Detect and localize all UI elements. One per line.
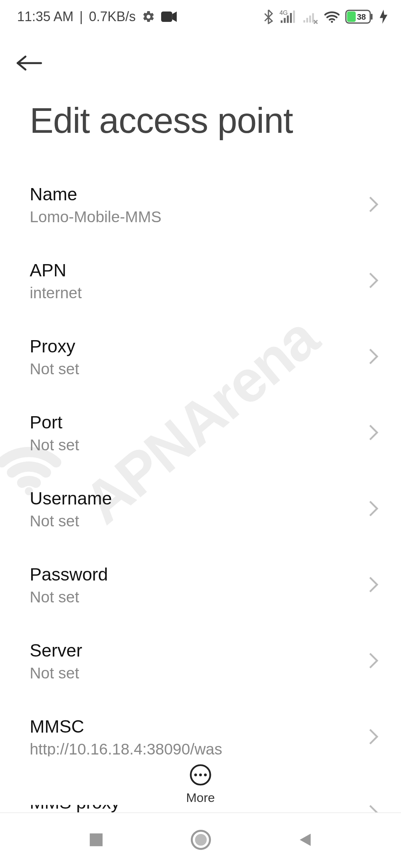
svg-rect-1 [161,11,172,22]
svg-rect-11 [312,13,314,23]
circle-icon [190,829,211,850]
row-value: Lomo-Mobile-MMS [30,208,368,226]
more-label: More [186,790,215,805]
row-server[interactable]: Server Not set [0,623,401,699]
svg-text:4G: 4G [280,9,288,16]
row-label: Proxy [30,336,368,356]
nav-recents-button[interactable] [88,831,105,850]
row-value: http://10.16.18.4:38090/was [30,740,368,758]
svg-rect-22 [89,834,102,846]
row-label: APN [30,260,368,280]
svg-rect-8 [303,20,305,22]
row-label: Name [30,184,368,204]
bluetooth-icon [263,9,274,24]
chevron-right-icon [368,804,379,813]
row-label: Server [30,640,368,661]
chevron-right-icon [368,272,379,290]
svg-point-19 [194,773,197,776]
svg-rect-6 [290,13,292,23]
row-value: Not set [30,588,368,606]
svg-rect-5 [287,16,289,23]
square-icon [88,831,105,848]
svg-text:38: 38 [357,12,366,22]
svg-rect-4 [284,18,286,23]
gear-icon [142,10,155,23]
row-value: Not set [30,436,368,454]
svg-rect-15 [347,11,356,22]
status-net-speed: 0.7KB/s [89,9,136,24]
svg-rect-3 [281,20,283,23]
svg-rect-10 [309,16,311,23]
more-horizontal-circle-icon [189,764,212,786]
row-password[interactable]: Password Not set [0,547,401,623]
chevron-right-icon [368,348,379,366]
back-button[interactable] [16,45,53,82]
nav-home-button[interactable] [190,829,211,852]
row-value: Not set [30,360,368,378]
svg-point-21 [204,773,207,776]
camera-icon [161,11,177,22]
arrow-left-icon [16,54,42,72]
chevron-right-icon [368,728,379,747]
page-title: Edit access point [16,100,385,141]
status-bar: 11:35 AM | 0.7KB/s 4G 38 [0,0,401,33]
bottom-action-bar: More [0,756,401,805]
row-value: Not set [30,664,368,682]
svg-point-20 [199,773,202,776]
chevron-right-icon [368,652,379,671]
row-proxy[interactable]: Proxy Not set [0,319,401,395]
row-label: Username [30,488,368,509]
svg-rect-14 [371,14,373,20]
signal-sim2-icon [302,9,319,24]
row-label: Port [30,412,368,433]
chevron-right-icon [368,576,379,595]
row-label: Password [30,564,368,585]
row-port[interactable]: Port Not set [0,395,401,471]
svg-point-12 [331,21,333,23]
row-apn[interactable]: APN internet [0,243,401,319]
chevron-right-icon [368,196,379,214]
status-time: 11:35 AM [17,9,74,24]
battery-icon: 38 [345,10,374,24]
row-label: MMSC [30,716,368,737]
system-nav-bar [0,812,401,868]
svg-rect-7 [293,10,295,23]
wifi-icon [324,10,340,24]
signal-4g-icon: 4G [279,9,297,24]
chevron-right-icon [368,500,379,519]
charging-icon [379,10,388,24]
nav-back-button[interactable] [297,832,313,849]
svg-point-24 [195,834,207,846]
row-value: Not set [30,512,368,530]
header: Edit access point [0,33,401,145]
svg-rect-9 [306,18,308,23]
row-value: internet [30,284,368,302]
row-username[interactable]: Username Not set [0,471,401,547]
status-separator: | [79,9,83,24]
row-name[interactable]: Name Lomo-Mobile-MMS [0,167,401,243]
triangle-left-icon [297,832,313,848]
settings-list: Name Lomo-Mobile-MMS APN internet Proxy … [0,145,401,812]
more-button[interactable]: More [186,764,215,805]
chevron-right-icon [368,424,379,443]
